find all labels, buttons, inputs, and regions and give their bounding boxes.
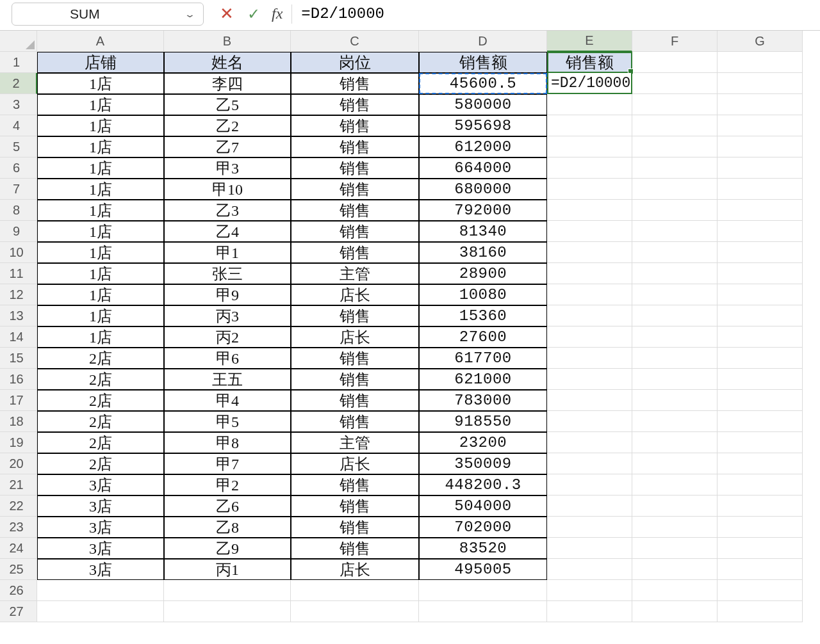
cell-C7[interactable]: 销售 (291, 179, 419, 200)
cell-G17[interactable] (718, 390, 803, 411)
cell-G18[interactable] (718, 411, 803, 432)
row-header-9[interactable]: 9 (0, 221, 37, 242)
cell-D2[interactable]: 45600.5 (419, 73, 547, 94)
cell-C20[interactable]: 店长 (291, 453, 419, 474)
cell-A21[interactable]: 3店 (37, 474, 164, 495)
cell-F17[interactable] (632, 390, 718, 411)
cell-B8[interactable]: 乙3 (164, 200, 291, 221)
cell-E14[interactable] (547, 326, 632, 348)
cell-B17[interactable]: 甲4 (164, 390, 291, 411)
cell-C23[interactable]: 销售 (291, 517, 419, 538)
cell-D21[interactable]: 448200.3 (419, 474, 547, 495)
cell-E12[interactable] (547, 284, 632, 305)
header-name[interactable]: 姓名 (164, 52, 291, 73)
cell-C9[interactable]: 销售 (291, 221, 419, 242)
cell-G20[interactable] (718, 453, 803, 474)
row-header-19[interactable]: 19 (0, 432, 37, 453)
cell-B6[interactable]: 甲3 (164, 157, 291, 179)
cell-empty-27-1[interactable] (164, 601, 291, 622)
cell-E24[interactable] (547, 538, 632, 559)
cell-C10[interactable]: 销售 (291, 242, 419, 263)
cell-empty-26-2[interactable] (291, 580, 419, 601)
accept-formula-icon[interactable]: ✓ (245, 5, 263, 23)
cell-F24[interactable] (632, 538, 718, 559)
column-header-B[interactable]: B (164, 31, 291, 52)
cell-D15[interactable]: 617700 (419, 348, 547, 369)
column-header-D[interactable]: D (419, 31, 547, 52)
cell-B5[interactable]: 乙7 (164, 136, 291, 157)
cell-E22[interactable] (547, 495, 632, 517)
cell-E4[interactable] (547, 115, 632, 136)
cell-empty-27-5[interactable] (632, 601, 718, 622)
row-header-22[interactable]: 22 (0, 495, 37, 517)
cell-G13[interactable] (718, 305, 803, 326)
row-header-24[interactable]: 24 (0, 538, 37, 559)
cell-F6[interactable] (632, 157, 718, 179)
cell-A20[interactable]: 2店 (37, 453, 164, 474)
cell-A11[interactable]: 1店 (37, 263, 164, 284)
cell-B4[interactable]: 乙2 (164, 115, 291, 136)
spreadsheet-grid[interactable]: ABCDEFG1店铺姓名岗位销售额销售额21店李四销售45600.5=D2/10… (0, 31, 820, 622)
cell-C12[interactable]: 店长 (291, 284, 419, 305)
cell-D16[interactable]: 621000 (419, 369, 547, 390)
cell-E17[interactable] (547, 390, 632, 411)
cell-D5[interactable]: 612000 (419, 136, 547, 157)
cell-G21[interactable] (718, 474, 803, 495)
select-all-corner[interactable] (0, 31, 37, 52)
row-header-2[interactable]: 2 (0, 73, 37, 94)
cell-A4[interactable]: 1店 (37, 115, 164, 136)
column-header-A[interactable]: A (37, 31, 164, 52)
cell-C3[interactable]: 销售 (291, 94, 419, 115)
cell-B20[interactable]: 甲7 (164, 453, 291, 474)
cell-G12[interactable] (718, 284, 803, 305)
cell-D22[interactable]: 504000 (419, 495, 547, 517)
row-header-14[interactable]: 14 (0, 326, 37, 348)
cell-G14[interactable] (718, 326, 803, 348)
cell-A13[interactable]: 1店 (37, 305, 164, 326)
cell-B15[interactable]: 甲6 (164, 348, 291, 369)
cell-empty-27-2[interactable] (291, 601, 419, 622)
cell-empty-26-4[interactable] (547, 580, 632, 601)
cell-C2[interactable]: 销售 (291, 73, 419, 94)
cell-A16[interactable]: 2店 (37, 369, 164, 390)
cell-E8[interactable] (547, 200, 632, 221)
row-header-12[interactable]: 12 (0, 284, 37, 305)
cell-B2[interactable]: 李四 (164, 73, 291, 94)
column-header-G[interactable]: G (718, 31, 803, 52)
cell-F19[interactable] (632, 432, 718, 453)
row-header-13[interactable]: 13 (0, 305, 37, 326)
cell-C25[interactable]: 店长 (291, 559, 419, 580)
cell-G15[interactable] (718, 348, 803, 369)
cell-D8[interactable]: 792000 (419, 200, 547, 221)
cell-F5[interactable] (632, 136, 718, 157)
row-header-1[interactable]: 1 (0, 52, 37, 73)
cell-D24[interactable]: 83520 (419, 538, 547, 559)
cell-empty-26-5[interactable] (632, 580, 718, 601)
cell-F15[interactable] (632, 348, 718, 369)
cell-B7[interactable]: 甲10 (164, 179, 291, 200)
cell-B19[interactable]: 甲8 (164, 432, 291, 453)
cell-G10[interactable] (718, 242, 803, 263)
cell-D14[interactable]: 27600 (419, 326, 547, 348)
cell-C15[interactable]: 销售 (291, 348, 419, 369)
cell-G19[interactable] (718, 432, 803, 453)
column-header-F[interactable]: F (632, 31, 718, 52)
cell-D10[interactable]: 38160 (419, 242, 547, 263)
row-header-27[interactable]: 27 (0, 601, 37, 622)
cell-E7[interactable] (547, 179, 632, 200)
cell-E25[interactable] (547, 559, 632, 580)
cell-A23[interactable]: 3店 (37, 517, 164, 538)
header-role[interactable]: 岗位 (291, 52, 419, 73)
cell-E5[interactable] (547, 136, 632, 157)
cell-C24[interactable]: 销售 (291, 538, 419, 559)
cell-F16[interactable] (632, 369, 718, 390)
cell-F11[interactable] (632, 263, 718, 284)
cell-empty-27-6[interactable] (718, 601, 803, 622)
cell-C4[interactable]: 销售 (291, 115, 419, 136)
row-header-4[interactable]: 4 (0, 115, 37, 136)
cell-D6[interactable]: 664000 (419, 157, 547, 179)
cell-empty-27-3[interactable] (419, 601, 547, 622)
cell-G22[interactable] (718, 495, 803, 517)
row-header-23[interactable]: 23 (0, 517, 37, 538)
cell-E15[interactable] (547, 348, 632, 369)
